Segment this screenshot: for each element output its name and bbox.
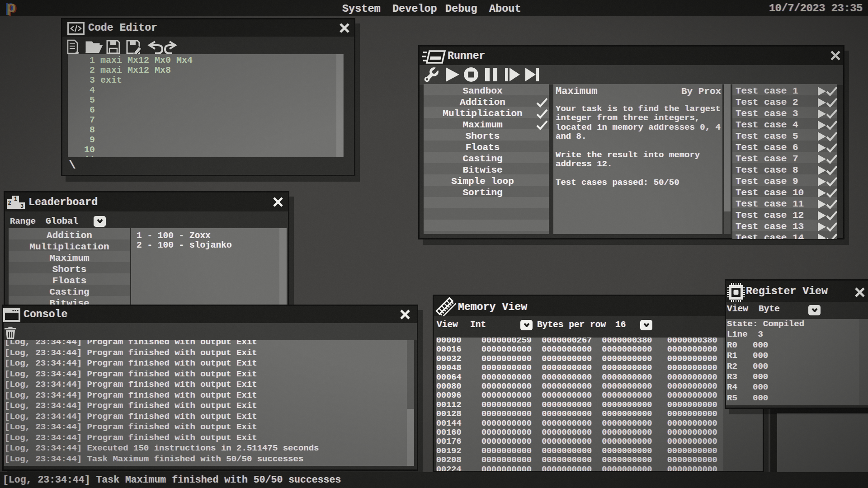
svg-text:3: 3 — [20, 203, 24, 209]
svg-text:2: 2 — [8, 200, 11, 206]
svg-text:1: 1 — [14, 196, 17, 202]
